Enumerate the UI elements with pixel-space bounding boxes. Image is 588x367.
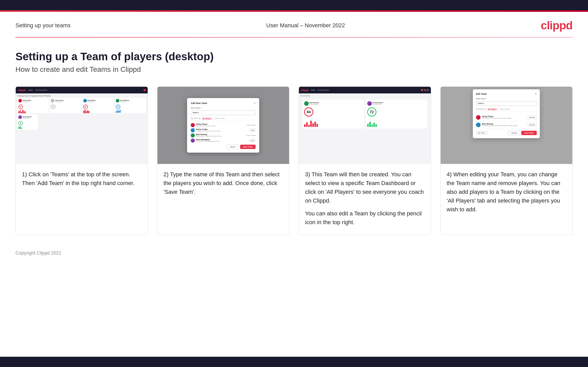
dash2-score-blair: 94 [304, 107, 313, 117]
page-subtitle: How to create and edit Teams in Clippd [15, 65, 573, 74]
player-status-0: Player Added [247, 124, 256, 126]
delete-team-button[interactable]: 🗑 Delete [476, 131, 487, 135]
edit-save-team-button[interactable]: Save Team [521, 131, 537, 135]
bars-5 [18, 126, 37, 129]
avatar-1 [18, 99, 22, 102]
dashboard-mock-1: clippd Home My Performance Viewing 5 out… [16, 87, 148, 164]
edit-team-name-label: Team Name * [476, 98, 537, 100]
dash-players-grid-1: Adrian Coliba Plus Handicap 84 [17, 98, 146, 113]
edit-player-row-0: Adrian Player Plus Handicap · The Shire … [476, 114, 537, 121]
player-club-1: Plus Handicap [23, 101, 31, 102]
dash-heading-1: Viewing 5 out of 5 players from All Play… [17, 95, 146, 97]
save-team-button[interactable]: Save Team [240, 145, 256, 149]
edit-modal-header: Edit Team ✕ [476, 92, 537, 95]
player-avatar-1 [191, 128, 195, 132]
dash2-players-row: Blair McHarg Plus Handicap 94 [300, 98, 429, 130]
dash2-avatar-blair [304, 101, 309, 106]
player-status-2: Player Added [247, 135, 256, 136]
edit-avatar-1 [476, 123, 481, 127]
delete-label: Delete [481, 132, 485, 134]
edit-modal-footer: 🗑 Delete Cancel Save Team [476, 131, 537, 135]
player-info-2: Blair McHarg Plus Handicap · Royal North… [196, 134, 245, 137]
dash-player-4: Dave Billinham 1.5 Handicap 78 [115, 98, 146, 113]
edit-modal-close-icon[interactable]: ✕ [535, 92, 537, 95]
add-team-modal: Add New Team ✕ Team Name * My Team (2) A… [187, 98, 259, 153]
player-row-3: Dave Billingham 1.5 Handicap · The Dog M… [191, 138, 256, 143]
dash2-bars-blair [304, 119, 363, 127]
modal-tabs: My Team (2) All Players Filter by name [191, 117, 256, 121]
dash2-score-richard: 72 [367, 107, 376, 117]
card-1-screenshot: clippd Home My Performance Viewing 5 out… [16, 87, 148, 164]
player-name-modal-1: Adrian Coliba [196, 128, 248, 130]
cancel-button[interactable]: Cancel [226, 145, 239, 149]
dash2-nav-home: Home [311, 89, 315, 91]
add-player-3-button[interactable]: Add [249, 139, 256, 142]
player-name-modal-0: Adrian Player [196, 123, 245, 125]
dash2-content: Player Quality Blair McHarg Plus Handica… [299, 93, 431, 164]
player-info-3: Dave Billingham 1.5 Handicap · The Dog M… [196, 139, 248, 142]
tab-my-team[interactable]: My Team (2) [191, 117, 201, 119]
edit-modal-title: Edit Team [476, 93, 487, 95]
edit-footer-right: Cancel Save Team [508, 131, 537, 135]
team-name-input[interactable] [191, 110, 256, 115]
edit-player-list: Adrian Player Plus Handicap · The Shire … [476, 114, 537, 129]
dash-nav-1: clippd Home My Performance [16, 87, 148, 93]
add-player-1-button[interactable]: Add [249, 129, 256, 132]
player-detail-3: 1.5 Handicap · The Dog Maging Golf Club [196, 141, 248, 142]
edit-tab-my-team[interactable]: My Team (2) [476, 108, 486, 110]
dash-nav-home: Home [28, 89, 32, 91]
player-detail-1: 1.5 Handicap · Central London Golf Centr… [196, 130, 248, 132]
main-content: Setting up a Team of players (desktop) H… [0, 38, 588, 245]
dash-nav-teams: My Performance [36, 89, 47, 91]
edit-team-name-input[interactable] [476, 101, 537, 106]
edit-player-name-0: Adrian Player [482, 116, 527, 117]
tab-all-players[interactable]: All Players [202, 117, 212, 119]
dash2-avatar-richard [367, 101, 372, 106]
player-row-2: Blair McHarg Plus Handicap · Royal North… [191, 133, 256, 137]
remove-player-1-button[interactable]: Remove [527, 123, 537, 126]
avatar-4 [116, 99, 119, 102]
dash2-player-blair: Blair McHarg Plus Handicap 94 [303, 100, 364, 128]
dash2-player-richard: Richard Butler Plus Handicap 72 [366, 100, 427, 128]
remove-player-0-button[interactable]: Remove [527, 116, 537, 119]
team-name-label: Team Name * [191, 107, 256, 109]
dash2-club-richard: Plus Handicap [373, 103, 383, 105]
edit-cancel-button[interactable]: Cancel [508, 131, 520, 135]
cards-row: clippd Home My Performance Viewing 5 out… [15, 86, 573, 235]
dashboard-mock-2: clippd Home My Performance Player Qualit… [299, 87, 431, 164]
dash-player-1: Adrian Coliba Plus Handicap 84 [17, 98, 49, 113]
edit-filter-label: Filter by name [500, 108, 510, 110]
player-avatar-3 [191, 138, 195, 143]
card-3-text: 3) This Team will then be created. You c… [299, 164, 431, 235]
dash-content-1: Viewing 5 out of 5 players from All Play… [16, 93, 148, 164]
card-1-text: 1) Click on 'Teams' at the top of the sc… [16, 164, 148, 235]
logo: clippd [541, 19, 573, 32]
bars-3 [83, 110, 113, 113]
card-3-step-text-1: 3) This Team will then be created. You c… [305, 170, 425, 205]
edit-info-1: Blair McHarg Plus Handicap · Royal North… [482, 123, 527, 126]
player-avatar-2 [191, 133, 195, 137]
player-info-0: Adrian Player Plus Handicap · The Shire … [196, 123, 245, 127]
card-2-screenshot: Add New Team ✕ Team Name * My Team (2) A… [157, 87, 289, 164]
card-2-step-text: 2) Type the name of this Team and then s… [164, 171, 280, 195]
dash2-nav: clippd Home My Performance [299, 87, 431, 93]
dash2-bars-richard [367, 119, 426, 127]
edit-team-modal: Edit Team ✕ Team Name * My Team (2) All … [473, 89, 540, 138]
header-left-text: Setting up your teams [15, 22, 71, 29]
edit-player-name-1: Blair McHarg [482, 123, 527, 125]
modal-close-icon[interactable]: ✕ [254, 102, 256, 104]
avatar-3 [83, 99, 87, 102]
dash-logo-1: clippd [18, 89, 25, 92]
card-4-step-text: 4) When editing your Team, you can chang… [447, 171, 560, 213]
edit-player-detail-0: Plus Handicap · The Shire London, United… [482, 117, 527, 119]
player-info-1: Adrian Coliba 1.5 Handicap · Central Lon… [196, 128, 248, 132]
card-1-step-text: 1) Click on 'Teams' at the top of the sc… [22, 171, 135, 186]
trash-icon: 🗑 [478, 132, 480, 134]
edit-tab-all-players[interactable]: All Players [488, 108, 497, 110]
score-1: 84 [18, 104, 23, 109]
modal-overlay: Add New Team ✕ Team Name * My Team (2) A… [157, 87, 289, 164]
card-2: Add New Team ✕ Team Name * My Team (2) A… [157, 86, 290, 235]
dash2-team-label: Player Quality [300, 95, 429, 97]
card-4-screenshot: Edit Team ✕ Team Name * My Team (2) All … [441, 87, 573, 164]
modal-header: Add New Team ✕ [191, 102, 256, 104]
